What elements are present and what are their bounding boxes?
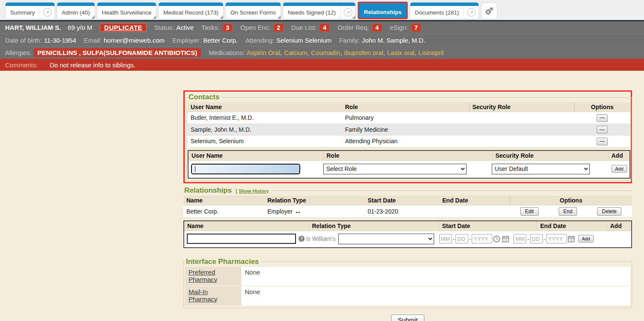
add-col-user-name: User Name xyxy=(189,151,323,161)
contacts-annotation-box: Contacts User Name Role Security Role Op… xyxy=(183,90,632,183)
tab-documents[interactable]: Documents (281) ↗ xyxy=(410,3,479,19)
start-month-input[interactable] xyxy=(439,234,452,243)
order-req-badge[interactable]: 4 xyxy=(372,23,382,32)
add-col-add: Add xyxy=(607,221,631,231)
contact-user-name-input[interactable] xyxy=(191,164,300,174)
tab-health-surveillance[interactable]: Health Surveillance xyxy=(97,3,156,19)
dob-value: 11-30-1954 xyxy=(44,37,76,44)
end-month-input[interactable] xyxy=(513,234,526,243)
contact-role: Pulmonary xyxy=(342,112,469,124)
tab-needs-signed[interactable]: Needs Signed (12) ↗ xyxy=(283,3,356,19)
comments-label: Comments: xyxy=(5,61,38,69)
contact-security-role xyxy=(469,112,574,124)
comments-band: Comments: Do not release info to sibling… xyxy=(0,59,644,71)
med-separator: , xyxy=(415,49,416,56)
settings-button[interactable] xyxy=(482,3,497,19)
patient-header-row2: Date of birth: 11-30-1954 Email: horner@… xyxy=(0,34,644,46)
medication-link[interactable]: Coumadin xyxy=(311,49,340,56)
start-date-picker-button[interactable] xyxy=(501,235,510,243)
preferred-pharmacy-value: None xyxy=(241,267,630,286)
add-col-end-date: End Date xyxy=(537,221,607,231)
tab-on-screen-forms-label: On Screen Forms xyxy=(226,6,281,19)
medication-link[interactable]: Aspirin Oral xyxy=(247,49,280,56)
allergies-value[interactable]: PENICILLINS , SULFA(SULFONAMIDE ANTIBIOT… xyxy=(34,48,201,57)
relationship-end-date xyxy=(439,205,510,217)
start-time-picker-button[interactable] xyxy=(492,235,501,243)
add-contact-button[interactable]: Add xyxy=(612,165,627,173)
col-options: Options xyxy=(510,196,632,205)
add-col-relation-type: Relation Type xyxy=(309,221,439,231)
tab-documents-label: Documents (281) xyxy=(410,6,464,19)
add-contact-form: User Name Role Security Role Add Select … xyxy=(188,150,630,179)
open-enc-label: Open Enc: xyxy=(240,24,270,31)
medication-link[interactable]: ibuprofen oral xyxy=(344,49,383,56)
end-date-picker-button[interactable] xyxy=(567,235,576,243)
contact-security-role xyxy=(469,124,574,136)
mail-in-pharmacy-link[interactable]: Mail-In Pharmacy xyxy=(189,288,218,303)
show-history-link[interactable]: Show History xyxy=(239,188,269,194)
tab-summary[interactable]: Summary ↗ xyxy=(6,3,55,19)
email-value: horner@mieweb.com xyxy=(104,37,165,44)
patient-header-row3: Allergies: PENICILLINS , SULFA(SULFONAMI… xyxy=(0,46,644,59)
employer-value: Better Corp. xyxy=(203,37,238,44)
col-user-name: User Name xyxy=(188,102,342,112)
medication-link[interactable]: Lisinopril xyxy=(418,49,444,56)
start-day-input[interactable] xyxy=(455,234,468,243)
end-year-input[interactable] xyxy=(546,234,567,243)
tab-summary-label: Summary xyxy=(6,6,40,19)
pharmacies-table: Preferred Pharmacy None Mail-In Pharmacy… xyxy=(185,267,630,306)
col-name: Name xyxy=(183,196,264,205)
open-in-new-icon: ↗ xyxy=(344,8,352,17)
relationship-type: Employer↔ xyxy=(264,205,365,217)
relationship-name-input[interactable] xyxy=(187,234,296,244)
contacts-title: Contacts xyxy=(188,93,222,101)
tab-relationships[interactable]: Relationships xyxy=(358,2,408,19)
med-separator: , xyxy=(307,49,309,56)
preferred-pharmacy-link[interactable]: Preferred Pharmacy xyxy=(189,269,218,283)
page-content: Contacts User Name Role Security Role Op… xyxy=(0,71,644,321)
contacts-section: Contacts User Name Role Security Role Op… xyxy=(186,93,632,181)
interface-pharmacies-section: Interface Pharmacies Preferred Pharmacy … xyxy=(183,257,632,308)
contact-security-role-select[interactable]: User Default xyxy=(492,164,590,174)
remove-contact-button[interactable]: — xyxy=(597,114,608,122)
edit-relationship-button[interactable]: Edit xyxy=(520,207,539,216)
tab-medical-record[interactable]: Medical Record (173) xyxy=(159,3,223,19)
submit-button[interactable]: Submit xyxy=(391,315,425,321)
add-col-role: Role xyxy=(323,151,492,161)
add-col-start-date: Start Date xyxy=(439,221,537,231)
tab-documents-popout[interactable]: ↗ xyxy=(464,6,479,19)
duplicate-flag[interactable]: DUPLICATE xyxy=(100,23,146,32)
tab-admin[interactable]: Admin (40) xyxy=(57,3,95,19)
end-relationship-button[interactable]: End xyxy=(559,207,577,216)
date-dash: - xyxy=(544,236,545,242)
tab-on-screen-forms[interactable]: On Screen Forms xyxy=(226,3,281,19)
calendar-icon xyxy=(502,235,509,243)
col-relation-type: Relation Type xyxy=(264,196,365,205)
add-relationship-button[interactable]: Add xyxy=(578,235,594,243)
remove-contact-button[interactable]: — xyxy=(597,138,608,145)
due-list-badge[interactable]: 4 xyxy=(319,23,330,32)
add-col-name: Name xyxy=(184,221,309,231)
date-dash: - xyxy=(527,236,529,242)
relation-type-select[interactable] xyxy=(338,234,434,244)
due-list-label: Due List: xyxy=(291,24,316,31)
medication-link[interactable]: Calcium xyxy=(284,49,307,56)
contact-role-select[interactable]: Select Role xyxy=(323,164,467,174)
end-day-input[interactable] xyxy=(530,234,543,243)
tasks-label: Tasks: xyxy=(201,24,220,31)
open-enc-badge[interactable]: 2 xyxy=(273,23,284,32)
employer-label: Employer: xyxy=(172,37,201,44)
remove-contact-button[interactable]: — xyxy=(597,126,608,133)
delete-relationship-button[interactable]: Delete xyxy=(597,207,621,216)
tab-summary-popout[interactable]: ↗ xyxy=(40,6,55,19)
medication-link[interactable]: Lasix oral xyxy=(387,49,415,56)
tab-admin-label: Admin (40) xyxy=(57,6,95,19)
contacts-table: User Name Role Security Role Options But… xyxy=(188,102,630,147)
contact-row: Selenium, Selenium Attending Physician — xyxy=(188,136,630,147)
esign-badge[interactable]: 7 xyxy=(411,23,421,32)
help-icon[interactable]: ? xyxy=(299,236,305,242)
start-year-input[interactable] xyxy=(472,234,492,243)
tasks-badge[interactable]: 3 xyxy=(223,23,233,32)
contact-security-role xyxy=(469,136,574,147)
col-end-date: End Date xyxy=(439,196,510,205)
